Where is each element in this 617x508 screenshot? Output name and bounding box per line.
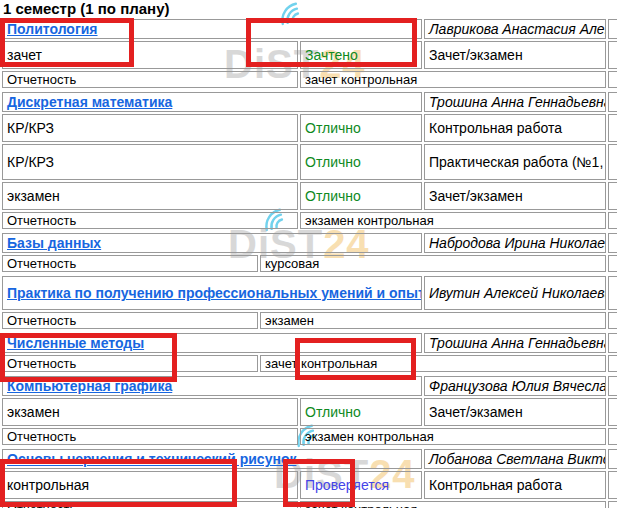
clipped-column-cell <box>608 428 617 445</box>
course-link[interactable]: Базы данных <box>7 235 101 251</box>
clipped-column-cell <box>608 471 617 499</box>
grade-category: Практическая работа (№1, №2) <box>424 144 606 180</box>
clipped-column-cell <box>608 114 617 142</box>
grade-category: Зачет/экзамен <box>424 182 606 210</box>
clipped-column-cell <box>608 398 617 426</box>
teacher-name: Трошина Анна Геннадьевна <box>424 92 606 112</box>
teacher-name: Французова Юлия Вячеславовна <box>424 376 606 396</box>
course-link[interactable]: Основы черчения и технический рисунок <box>7 451 296 467</box>
reporting-label: Отчетность <box>2 312 258 329</box>
reporting-value: экзамен <box>260 312 606 329</box>
clipped-column-cell <box>608 71 617 88</box>
grade-result: Отлично <box>300 144 422 180</box>
teacher-name: Лобанова Светлана Викторовна <box>424 449 606 469</box>
page-title: 1 семестр (1 по плану) <box>3 2 617 16</box>
reporting-value: экзамен контрольная <box>300 428 606 445</box>
reporting-label: Отчетность <box>2 355 258 372</box>
clipped-column-cell <box>608 41 617 69</box>
clipped-column-cell <box>608 276 617 310</box>
course-link[interactable]: Политология <box>7 21 98 37</box>
clipped-column-cell <box>608 355 617 372</box>
course-link[interactable]: Численные методы <box>7 335 144 351</box>
course-block-bazy-dannyh: Базы данных Набродова Ирина Николаевна О… <box>0 231 617 274</box>
clipped-column-cell <box>608 212 617 229</box>
grade-result: Проверяется <box>300 471 422 499</box>
grade-category: Контрольная работа <box>424 471 606 499</box>
reporting-label: Отчетность <box>2 428 298 445</box>
clipped-column-cell <box>608 233 617 253</box>
grade-form: экзамен <box>2 398 298 426</box>
grade-category: Зачет/экзамен <box>424 398 606 426</box>
course-block-diskretnaya-matematika: Дискретная математика Трошина Анна Генна… <box>0 90 617 231</box>
course-block-politologia: Политология Лаврикова Анастасия Александ… <box>0 17 617 90</box>
reporting-value: экзамен контрольная <box>300 212 606 229</box>
grade-form: контрольная <box>2 471 298 499</box>
grade-form: КР/КРЗ <box>2 114 298 142</box>
course-block-praktika: Практика по получению профессиональных у… <box>0 274 617 331</box>
reporting-label: Отчетность <box>2 71 298 88</box>
clipped-column-cell <box>608 255 617 272</box>
clipped-column-cell <box>608 182 617 210</box>
teacher-name: Набродова Ирина Николаевна <box>424 233 606 253</box>
clipped-column-cell <box>608 19 617 39</box>
course-link[interactable]: Практика по получению профессиональных у… <box>7 285 422 301</box>
grade-result: Зачтено <box>300 41 422 69</box>
clipped-column-cell <box>608 92 617 112</box>
reporting-label: Отчетность <box>2 501 298 508</box>
course-block-kompyuternaya-grafika: Компьютерная графика Французова Юлия Вяч… <box>0 374 617 447</box>
grade-category: Зачет/экзамен <box>424 41 606 69</box>
course-link[interactable]: Компьютерная графика <box>7 378 172 394</box>
teacher-name: Трошина Анна Геннадьевна <box>424 333 606 353</box>
teacher-name: Ивутин Алексей Николаевич <box>424 276 606 310</box>
grade-result: Отлично <box>300 114 422 142</box>
clipped-column-cell <box>608 501 617 508</box>
grade-form: КР/КРЗ <box>2 144 298 180</box>
grade-form: зачет <box>2 41 298 69</box>
teacher-name: Лаврикова Анастасия Александровна <box>424 19 606 39</box>
reporting-value: зачет контрольная <box>260 355 606 372</box>
clipped-column-cell <box>608 376 617 396</box>
grade-category: Контрольная работа <box>424 114 606 142</box>
course-block-osnovy-chercheniya: Основы черчения и технический рисунок Ло… <box>0 447 617 508</box>
course-link[interactable]: Дискретная математика <box>7 94 172 110</box>
reporting-value: зачет контрольная <box>300 501 606 508</box>
reporting-label: Отчетность <box>2 255 258 272</box>
reporting-value: курсовая <box>260 255 606 272</box>
reporting-label: Отчетность <box>2 212 298 229</box>
clipped-column-cell <box>608 449 617 469</box>
clipped-column-cell <box>608 333 617 353</box>
grade-result: Отлично <box>300 398 422 426</box>
grade-result: Отлично <box>300 182 422 210</box>
grade-form: экзамен <box>2 182 298 210</box>
clipped-column-cell <box>608 312 617 329</box>
reporting-value: зачет контрольная <box>300 71 606 88</box>
clipped-column-cell <box>608 144 617 180</box>
course-block-chislennye-metody: Численные методы Трошина Анна Геннадьевн… <box>0 331 617 374</box>
